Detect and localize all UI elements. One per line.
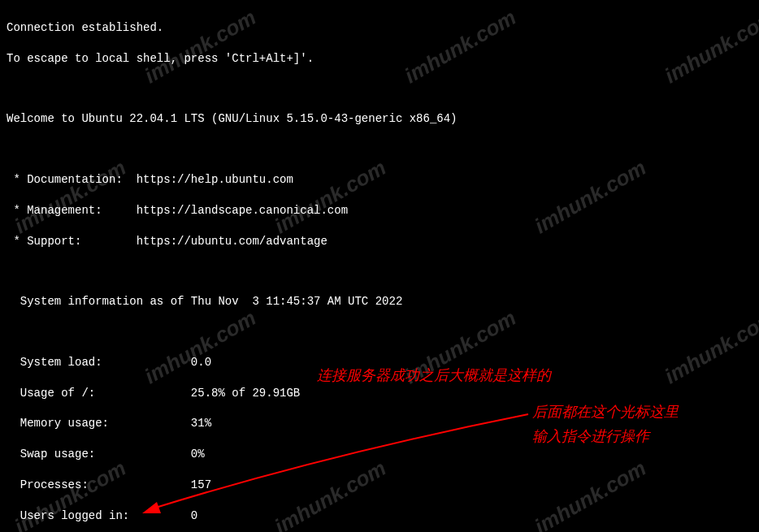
annotation-success-message: 连接服务器成功之后大概就是这样的 (317, 365, 551, 385)
line-connection: Connection established. (7, 20, 752, 36)
blank-line (7, 325, 752, 340)
blank-line (7, 264, 752, 279)
line-users: Users logged in: 0 (7, 508, 752, 524)
blank-line (7, 81, 752, 96)
annotation-cursor-hint-1: 后面都在这个光标这里 (532, 402, 679, 422)
line-doc-link: * Documentation: https://help.ubuntu.com (7, 172, 752, 188)
line-disk-usage: Usage of /: 25.8% of 29.91GB (7, 386, 752, 401)
blank-line (7, 142, 752, 157)
line-welcome: Welcome to Ubuntu 22.04.1 LTS (GNU/Linux… (7, 111, 752, 127)
annotation-cursor-hint-2: 输入指令进行操作 (532, 426, 649, 446)
line-sysinfo-header: System information as of Thu Nov 3 11:45… (7, 294, 752, 309)
watermark: imhunk.com (0, 304, 2, 391)
line-mgmt-link: * Management: https://landscape.canonica… (7, 203, 752, 218)
line-support-link: * Support: https://ubuntu.com/advantage (7, 234, 752, 249)
line-processes: Processes: 157 (7, 478, 752, 493)
line-escape: To escape to local shell, press 'Ctrl+Al… (7, 51, 752, 67)
terminal-output[interactable]: Connection established. To escape to loc… (7, 5, 752, 532)
line-swap-usage: Swap usage: 0% (7, 447, 752, 462)
